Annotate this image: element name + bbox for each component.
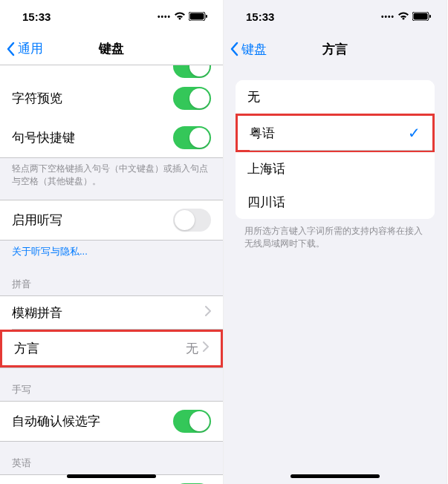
nav-back-label: 通用	[18, 40, 43, 57]
option-cantonese[interactable]: 粤语 ✓	[236, 114, 435, 152]
option-label: 粤语	[250, 125, 275, 142]
screen-keyboard-settings: 15:33 •••• 通用 键盘 字符预览 句号快捷键 轻点两下空格键插入句号（…	[0, 0, 224, 484]
chevron-right-icon	[205, 305, 211, 320]
row-char-preview[interactable]: 字符预览	[0, 79, 223, 118]
option-none[interactable]: 无	[236, 80, 435, 114]
section-top: 字符预览 句号快捷键	[0, 65, 223, 158]
wifi-icon	[397, 10, 409, 23]
section-header-handwriting: 手写	[0, 379, 223, 401]
row-label: 模糊拼音	[12, 304, 62, 321]
footer-dialect: 用所选方言键入字词所需的支持内容将在接入无线局域网时下载。	[224, 219, 447, 256]
row-partial	[0, 65, 223, 79]
toggle-char-preview[interactable]	[173, 87, 211, 110]
home-indicator[interactable]	[67, 474, 156, 478]
status-right: ••••	[158, 10, 208, 23]
svg-rect-4	[414, 13, 428, 19]
row-auto-confirm[interactable]: 自动确认候选字	[0, 402, 223, 441]
nav-title: 键盘	[99, 40, 124, 57]
status-time: 15:33	[22, 10, 51, 23]
option-label: 无	[247, 88, 260, 105]
svg-rect-2	[206, 15, 207, 18]
section-handwriting: 自动确认候选字	[0, 401, 223, 442]
checkmark-icon: ✓	[408, 124, 421, 142]
toggle-partial[interactable]	[173, 65, 211, 78]
wifi-icon	[174, 10, 186, 23]
svg-rect-1	[190, 13, 204, 19]
section-dictation: 启用听写	[0, 200, 223, 241]
footer-period: 轻点两下空格键插入句号（中文键盘）或插入句点与空格（其他键盘）。	[0, 158, 223, 192]
nav-back-label: 键盘	[241, 41, 267, 58]
option-sichuanese[interactable]: 四川话	[236, 186, 435, 219]
chevron-left-icon	[6, 42, 15, 56]
row-fuzzy-pinyin[interactable]: 模糊拼音	[0, 296, 223, 330]
cellular-icon: ••••	[381, 13, 395, 21]
option-label: 上海话	[247, 160, 285, 177]
dialect-value: 无	[186, 340, 198, 357]
battery-icon	[412, 10, 432, 23]
status-right: ••••	[381, 10, 432, 23]
cellular-icon: ••••	[158, 13, 171, 21]
svg-rect-5	[429, 15, 431, 18]
status-bar: 15:33 ••••	[224, 0, 447, 33]
row-label: 自动确认候选字	[12, 413, 100, 430]
toggle-dictation[interactable]	[173, 209, 211, 232]
home-indicator[interactable]	[290, 474, 380, 478]
screen-dialect-select: 15:33 •••• 键盘 方言 无 粤语 ✓ 上海话 四川话 用所选方言键入字…	[224, 0, 447, 484]
status-bar: 15:33 ••••	[0, 0, 223, 33]
section-header-english: 英语	[0, 452, 223, 474]
section-header-pinyin: 拼音	[0, 273, 223, 295]
row-label: 启用听写	[12, 212, 62, 229]
chevron-left-icon	[230, 42, 238, 56]
dictation-privacy-link[interactable]: 关于听写与隐私...	[0, 241, 223, 263]
row-period-shortcut[interactable]: 句号快捷键	[0, 118, 223, 158]
status-time: 15:33	[246, 10, 274, 23]
toggle-period-shortcut[interactable]	[173, 126, 211, 149]
nav-back-button[interactable]: 通用	[0, 40, 43, 57]
chevron-right-icon	[203, 341, 209, 356]
row-dialect[interactable]: 方言 无	[0, 330, 223, 367]
dialect-options-list: 无 粤语 ✓ 上海话 四川话	[236, 80, 435, 219]
battery-icon	[189, 10, 208, 23]
row-enable-dictation[interactable]: 启用听写	[0, 200, 223, 240]
toggle-auto-confirm[interactable]	[173, 410, 211, 433]
nav-back-button[interactable]: 键盘	[224, 41, 267, 58]
nav-title: 方言	[322, 41, 348, 58]
row-label: 方言	[14, 340, 39, 357]
nav-bar: 通用 键盘	[0, 33, 223, 65]
option-label: 四川话	[247, 194, 285, 211]
row-label: 句号快捷键	[12, 129, 75, 146]
section-pinyin: 模糊拼音 方言 无	[0, 295, 223, 368]
row-label: 字符预览	[12, 90, 62, 107]
option-shanghainese[interactable]: 上海话	[236, 152, 435, 186]
nav-bar: 键盘 方言	[224, 33, 447, 65]
